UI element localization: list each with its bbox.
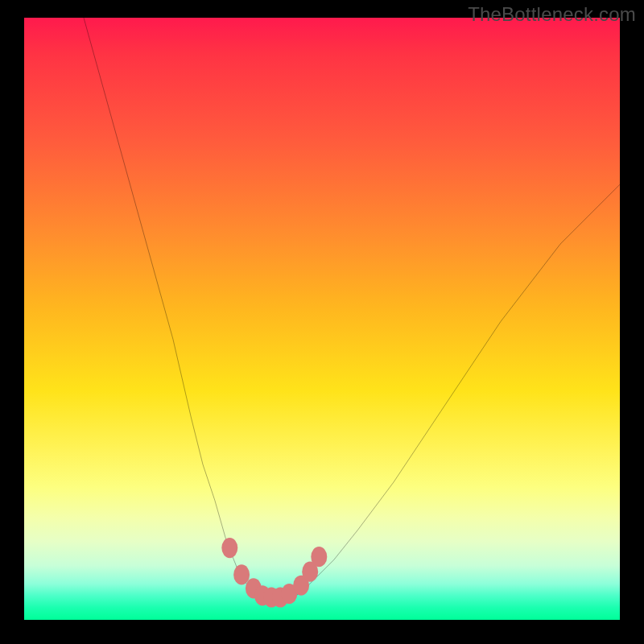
watermark-text: TheBottleneck.com: [468, 3, 636, 26]
plot-area: [24, 18, 620, 620]
marker-layer: [24, 18, 620, 613]
chart-frame: TheBottleneck.com: [0, 0, 644, 644]
highlight-dot: [221, 538, 237, 558]
highlight-dot: [311, 547, 327, 567]
highlight-markers-group: [221, 538, 327, 608]
highlight-dot: [233, 564, 250, 584]
